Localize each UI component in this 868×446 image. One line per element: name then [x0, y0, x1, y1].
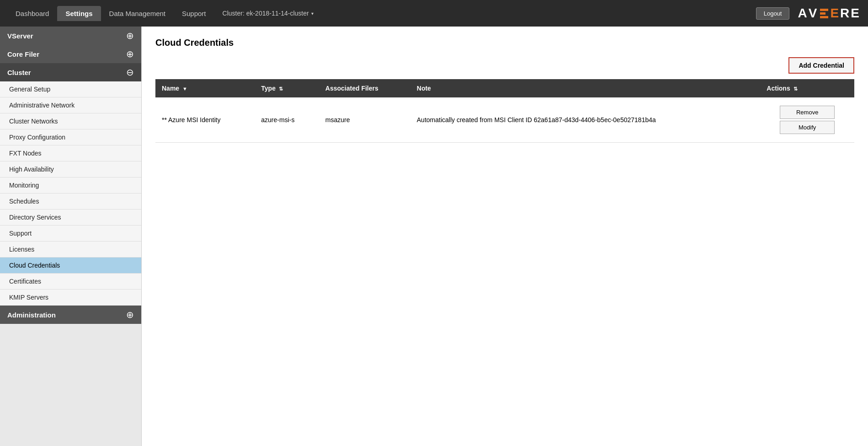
sidebar-item-fxt-nodes[interactable]: FXT Nodes — [0, 145, 141, 161]
cluster-dropdown-arrow: ▾ — [311, 11, 314, 16]
col-header-associated-filers: Associated Filers — [319, 79, 410, 97]
sidebar-section-cluster-label: Cluster — [7, 69, 31, 76]
main-layout: VServer ⊕ Core Filer ⊕ Cluster ⊖ General… — [0, 27, 868, 446]
cell-note: Automatically created from MSI Client ID… — [410, 97, 761, 143]
cell-associated-filers: msazure — [319, 97, 410, 143]
name-sort-icon: ▼ — [182, 86, 187, 91]
sidebar-section-corefiler-label: Core Filer — [7, 50, 39, 58]
topbar: Dashboard Settings Data Management Suppo… — [0, 0, 868, 27]
sidebar-section-vserver[interactable]: VServer ⊕ — [0, 27, 141, 45]
cell-type: azure-msi-s — [255, 97, 319, 143]
logo-r: R — [840, 6, 851, 21]
sidebar-item-monitoring[interactable]: Monitoring — [0, 177, 141, 193]
add-credential-button[interactable]: Add Credential — [788, 57, 854, 74]
sidebar-section-vserver-label: VServer — [7, 32, 33, 40]
corefiler-expand-icon: ⊕ — [126, 49, 134, 59]
sidebar-section-administration-label: Administration — [7, 311, 56, 319]
avere-logo: A V E R E — [798, 6, 861, 21]
remove-button[interactable]: Remove — [780, 106, 835, 119]
logo-bars — [820, 9, 828, 18]
cell-actions: Remove Modify — [760, 97, 854, 143]
sidebar-item-certificates[interactable]: Certificates — [0, 274, 141, 290]
administration-expand-icon: ⊕ — [126, 310, 134, 319]
sidebar-item-proxy-configuration[interactable]: Proxy Configuration — [0, 129, 141, 145]
col-header-actions[interactable]: Actions ⇅ — [760, 79, 854, 97]
credentials-table: Name ▼ Type ⇅ Associated Filers Note Act — [155, 79, 854, 143]
cell-name: ** Azure MSI Identity — [155, 97, 255, 143]
logo-e2: E — [851, 6, 861, 21]
tab-settings[interactable]: Settings — [57, 6, 101, 21]
add-credential-row: Add Credential — [155, 57, 854, 74]
vserver-expand-icon: ⊕ — [126, 31, 134, 40]
sidebar-item-high-availability[interactable]: High Availability — [0, 161, 141, 177]
logout-button[interactable]: Logout — [756, 7, 790, 20]
actions-sort-icon: ⇅ — [793, 86, 798, 91]
sidebar-section-administration[interactable]: Administration ⊕ — [0, 306, 141, 324]
sidebar-item-support[interactable]: Support — [0, 226, 141, 242]
sidebar-item-schedules[interactable]: Schedules — [0, 193, 141, 210]
logo-v: V — [809, 6, 819, 21]
sidebar-item-general-setup[interactable]: General Setup — [0, 81, 141, 97]
sidebar-section-corefiler[interactable]: Core Filer ⊕ — [0, 45, 141, 63]
sidebar-section-cluster[interactable]: Cluster ⊖ — [0, 63, 141, 81]
modify-button[interactable]: Modify — [780, 121, 835, 134]
sidebar-item-kmip-servers[interactable]: KMIP Servers — [0, 290, 141, 306]
logo-a: A — [798, 6, 808, 21]
sidebar-item-cluster-networks[interactable]: Cluster Networks — [0, 113, 141, 129]
page-title: Cloud Credentials — [155, 38, 854, 48]
sidebar-item-licenses[interactable]: Licenses — [0, 242, 141, 258]
table-row: ** Azure MSI Identity azure-msi-s msazur… — [155, 97, 854, 143]
nav-tabs: Dashboard Settings Data Management Suppo… — [7, 6, 314, 21]
tab-data-management[interactable]: Data Management — [101, 6, 174, 21]
col-header-name[interactable]: Name ▼ — [155, 79, 255, 97]
topbar-right: Logout A V E R E — [756, 6, 861, 21]
logo-e: E — [830, 6, 840, 21]
tab-support[interactable]: Support — [174, 6, 214, 21]
content-area: Cloud Credentials Add Credential Name ▼ … — [142, 27, 868, 446]
sidebar-item-cloud-credentials[interactable]: Cloud Credentials — [0, 258, 141, 274]
table-header-row: Name ▼ Type ⇅ Associated Filers Note Act — [155, 79, 854, 97]
type-sort-icon: ⇅ — [279, 86, 283, 91]
col-header-note: Note — [410, 79, 761, 97]
col-header-type[interactable]: Type ⇅ — [255, 79, 319, 97]
sidebar: VServer ⊕ Core Filer ⊕ Cluster ⊖ General… — [0, 27, 142, 446]
cluster-label-text: Cluster: ek-2018-11-14-cluster — [223, 10, 309, 17]
tab-dashboard[interactable]: Dashboard — [7, 6, 57, 21]
cluster-selector[interactable]: Cluster: ek-2018-11-14-cluster ▾ — [223, 10, 314, 17]
cluster-collapse-icon: ⊖ — [126, 68, 134, 77]
sidebar-item-administrative-network[interactable]: Administrative Network — [0, 97, 141, 113]
sidebar-item-directory-services[interactable]: Directory Services — [0, 210, 141, 226]
